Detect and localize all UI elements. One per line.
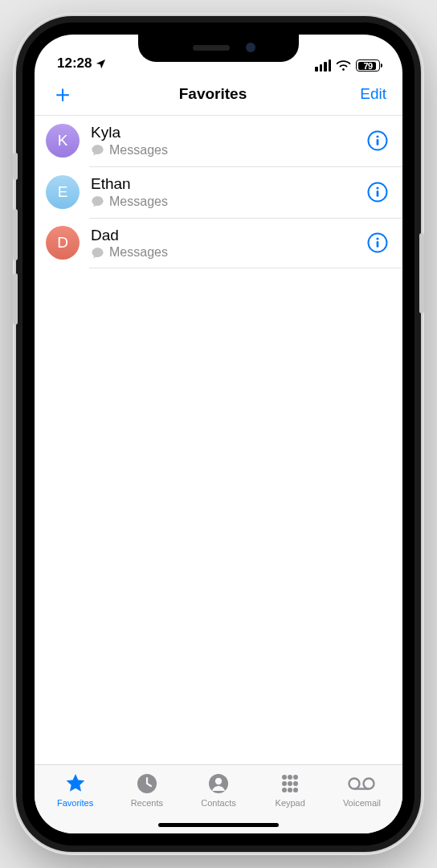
battery-indicator: 79 [356, 59, 380, 72]
status-time: 12:28 [57, 55, 92, 72]
svg-point-16 [288, 781, 292, 786]
home-indicator[interactable] [158, 823, 279, 827]
svg-rect-8 [377, 241, 379, 248]
svg-point-11 [215, 778, 222, 784]
contact-subtitle: Messages [109, 194, 168, 210]
edit-button[interactable]: Edit [351, 85, 386, 103]
info-button[interactable] [367, 232, 388, 253]
notch [138, 35, 299, 62]
svg-point-17 [293, 781, 298, 786]
page-title: Favorites [179, 85, 247, 103]
svg-point-19 [288, 788, 292, 792]
messages-icon [91, 246, 104, 260]
tab-label: Favorites [57, 798, 93, 808]
contact-name: Ethan [91, 174, 356, 194]
avatar: E [46, 175, 80, 209]
messages-icon [91, 143, 104, 157]
avatar: K [46, 124, 80, 158]
svg-point-21 [349, 779, 360, 789]
info-button[interactable] [367, 182, 388, 203]
svg-point-12 [282, 775, 287, 780]
contact-name: Kyla [91, 123, 356, 142]
info-button[interactable] [367, 130, 388, 151]
favorites-list: K Kyla Messages [35, 115, 402, 764]
svg-point-18 [282, 788, 287, 792]
keypad-icon [279, 772, 301, 796]
tab-label: Voicemail [343, 798, 381, 808]
person-icon [207, 772, 230, 796]
favorite-row[interactable]: K Kyla Messages [35, 115, 402, 166]
favorite-row[interactable]: D Dad Messages [35, 218, 402, 269]
svg-point-4 [376, 186, 378, 189]
svg-point-1 [376, 135, 378, 137]
svg-point-20 [293, 788, 298, 792]
location-icon [95, 58, 107, 70]
wifi-icon [336, 60, 351, 72]
svg-point-13 [288, 775, 292, 780]
add-button[interactable]: ＋ [51, 82, 75, 106]
tab-favorites[interactable]: Favorites [39, 770, 111, 833]
tab-label: Recents [131, 798, 163, 808]
svg-point-7 [376, 238, 378, 240]
cellular-signal-icon [315, 59, 331, 72]
svg-point-22 [364, 779, 374, 789]
nav-bar: ＋ Favorites Edit [35, 73, 402, 115]
messages-icon [91, 194, 104, 208]
svg-point-15 [282, 781, 287, 786]
battery-percentage: 79 [363, 61, 372, 71]
star-icon [63, 772, 88, 796]
contact-name: Dad [91, 226, 356, 245]
tab-voicemail[interactable]: Voicemail [326, 770, 398, 833]
tab-label: Contacts [201, 798, 235, 808]
contact-subtitle: Messages [109, 142, 168, 158]
contact-subtitle: Messages [109, 244, 168, 260]
clock-icon [136, 772, 158, 796]
favorite-row[interactable]: E Ethan Messages [35, 166, 402, 218]
svg-rect-2 [377, 139, 379, 145]
avatar: D [46, 226, 80, 260]
svg-point-14 [293, 775, 298, 780]
tab-label: Keypad [276, 798, 305, 808]
svg-rect-5 [377, 190, 379, 197]
voicemail-icon [348, 772, 375, 796]
